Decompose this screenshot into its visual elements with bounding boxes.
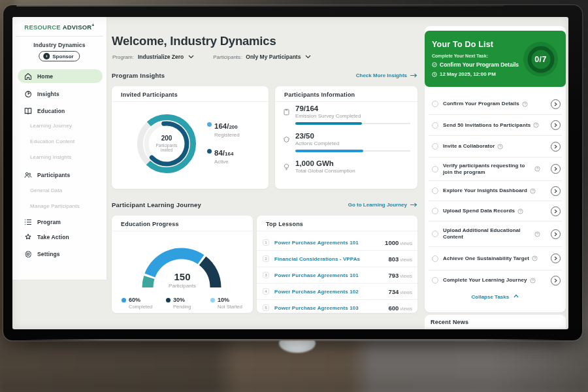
logo-separator	[16, 36, 103, 37]
education-progress-card: Education Progress 150 Participants 60% …	[112, 216, 253, 313]
lesson-link[interactable]: Power Purchase Agreements 101	[274, 272, 359, 278]
participants-filter-value[interactable]: Only My Participants	[246, 54, 301, 60]
legend-item-completed: 60% Completed	[122, 297, 152, 310]
lesson-row: 2 Financial Considerations - VPPAs 803vi…	[257, 250, 417, 267]
check-more-insights-link[interactable]: Check More Insights	[356, 73, 417, 78]
sidebar-item-learning-insights[interactable]: Learning Insights	[30, 154, 71, 160]
program-icon	[24, 218, 32, 226]
task-checkbox[interactable]	[432, 188, 438, 194]
card-title: Education Progress	[121, 221, 179, 227]
card-separator	[275, 101, 417, 102]
help-icon[interactable]	[533, 122, 539, 128]
chevron-down-icon[interactable]	[188, 55, 194, 59]
lesson-link[interactable]: Power Purchase Agreements 101	[274, 239, 359, 245]
lesson-rank: 4	[263, 288, 269, 295]
task-label: Complete Your Learning Journey	[443, 277, 527, 284]
sidebar-item-take-action[interactable]: Take Action	[18, 230, 103, 244]
help-icon[interactable]	[497, 144, 503, 150]
task-checkbox[interactable]	[432, 231, 438, 237]
app-logo: RESOURCE ADVISOR+	[12, 23, 106, 31]
task-label: Upload Additional Educational Content	[443, 227, 532, 240]
help-icon[interactable]	[534, 231, 540, 237]
task-badge-icon	[432, 62, 437, 67]
help-icon[interactable]	[534, 166, 540, 172]
invited-participants-card: Invited Participants 200 Participants In…	[112, 86, 269, 189]
lesson-link[interactable]: Power Purchase Agreements 103	[274, 305, 359, 311]
photo-background: RESOURCE ADVISOR+ Industry Dynamics Spon…	[0, 0, 588, 392]
task-checkbox[interactable]	[432, 101, 438, 107]
task-checkbox[interactable]	[432, 255, 438, 262]
task-label: Explore Your Insights Dashboard	[443, 188, 527, 194]
link-label: Go to Learning Journey	[348, 202, 407, 208]
todo-due-date: 12 May 2025, 12:00 PM	[432, 71, 496, 77]
task-row: Achieve One Sustainability Target	[429, 246, 562, 270]
sidebar-item-manage-participants[interactable]: Manage Participants	[30, 203, 80, 209]
task-open-button[interactable]	[551, 206, 561, 216]
participants-icon	[24, 171, 32, 179]
task-open-button[interactable]	[551, 276, 561, 286]
task-open-button[interactable]	[551, 120, 561, 130]
sponsor-label: Sponsor	[52, 54, 73, 59]
todo-task-list: Confirm Your Program DetailsSend 50 Invi…	[425, 93, 566, 290]
task-open-button[interactable]	[551, 186, 561, 196]
task-checkbox[interactable]	[432, 277, 438, 284]
help-icon[interactable]	[532, 255, 538, 261]
legend-item-pending: 30% Pending	[166, 297, 191, 310]
arrow-right-icon	[410, 73, 417, 78]
sponsor-badge[interactable]: Sponsor	[39, 51, 80, 61]
stat-actions-completed: 23/50 Actions Completed	[283, 132, 411, 152]
participants-information-card: Participants Information 79/164 Emission…	[275, 86, 417, 189]
help-icon[interactable]	[530, 188, 536, 194]
sidebar-item-home[interactable]: Home	[18, 69, 103, 83]
task-open-button[interactable]	[551, 142, 561, 152]
task-open-button[interactable]	[551, 253, 561, 263]
help-icon[interactable]	[530, 278, 536, 284]
lesson-link[interactable]: Power Purchase Agreements 102	[274, 289, 359, 295]
task-checkbox[interactable]	[432, 208, 438, 214]
collapse-tasks-link[interactable]: Collapse Tasks	[425, 294, 566, 300]
actions-icon	[283, 134, 290, 141]
help-icon[interactable]	[517, 208, 523, 214]
lesson-link[interactable]: Financial Considerations - VPPAs	[274, 256, 360, 262]
task-checkbox[interactable]	[432, 122, 438, 129]
logo-primary: RESOURCE	[24, 24, 60, 31]
sidebar-item-label: Home	[37, 73, 53, 80]
task-open-button[interactable]	[551, 164, 561, 174]
sidebar-item-settings[interactable]: Settings	[18, 247, 103, 261]
lesson-views: 803views	[388, 255, 412, 263]
help-icon[interactable]	[522, 101, 528, 107]
collapse-label: Collapse Tasks	[472, 294, 510, 300]
section-title-learning-journey: Participant Learning Journey	[112, 201, 201, 208]
sidebar-item-insights[interactable]: Insights	[18, 87, 103, 101]
lesson-rank: 1	[263, 239, 269, 246]
lesson-views: 600views	[388, 304, 412, 312]
chevron-down-icon[interactable]	[305, 55, 311, 59]
card-title: Invited Participants	[121, 91, 178, 98]
dashboard-screen: RESOURCE ADVISOR+ Industry Dynamics Spon…	[12, 17, 568, 329]
background-desk-shade	[0, 372, 588, 392]
task-checkbox[interactable]	[432, 143, 438, 150]
sidebar-item-general-data[interactable]: General Data	[30, 188, 62, 193]
top-lessons-card: Top Lessons 1 Power Purchase Agreements …	[257, 216, 417, 313]
legend-item-not-started: 10% Not Started	[210, 297, 242, 310]
lesson-rank: 5	[263, 304, 269, 311]
task-open-button[interactable]	[551, 229, 561, 239]
sidebar-item-learning-journey[interactable]: Learning Journey	[30, 123, 72, 129]
sidebar-item-education[interactable]: Education	[18, 104, 103, 118]
gauge-label: Participants	[112, 283, 253, 289]
go-to-learning-journey-link[interactable]: Go to Learning Journey	[348, 202, 417, 208]
task-checkbox[interactable]	[432, 166, 438, 172]
task-open-button[interactable]	[551, 99, 561, 109]
recent-news-card: Recent News	[425, 315, 566, 329]
program-filter-value[interactable]: Industrialize Zero	[138, 54, 184, 60]
lesson-row: 5 Power Purchase Agreements 103 600views	[257, 299, 417, 316]
lesson-rank: 2	[263, 255, 269, 262]
sidebar-item-label: Education	[37, 108, 65, 114]
insights-icon	[24, 90, 32, 98]
sidebar-item-program[interactable]: Program	[18, 215, 103, 229]
card-separator	[112, 231, 253, 231]
task-label: Confirm Your Program Details	[443, 101, 519, 107]
stat-total-consumption: 1,000 GWh Total Global Consumption	[283, 159, 411, 174]
sidebar-item-education-content[interactable]: Education Content	[30, 139, 74, 144]
sidebar-item-participants[interactable]: Participants	[18, 168, 103, 182]
